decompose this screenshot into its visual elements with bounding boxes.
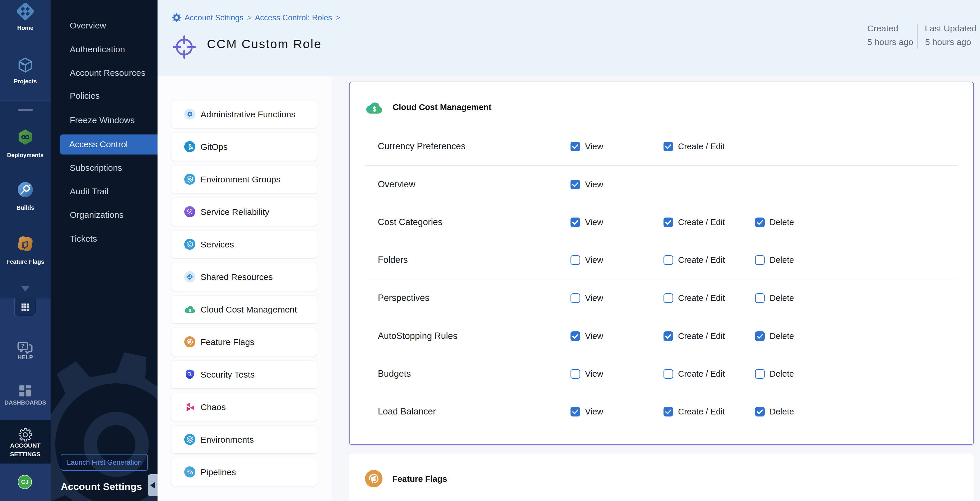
- svg-text:?: ?: [21, 342, 25, 349]
- svg-text:$: $: [372, 105, 376, 113]
- svg-text:$: $: [189, 308, 191, 313]
